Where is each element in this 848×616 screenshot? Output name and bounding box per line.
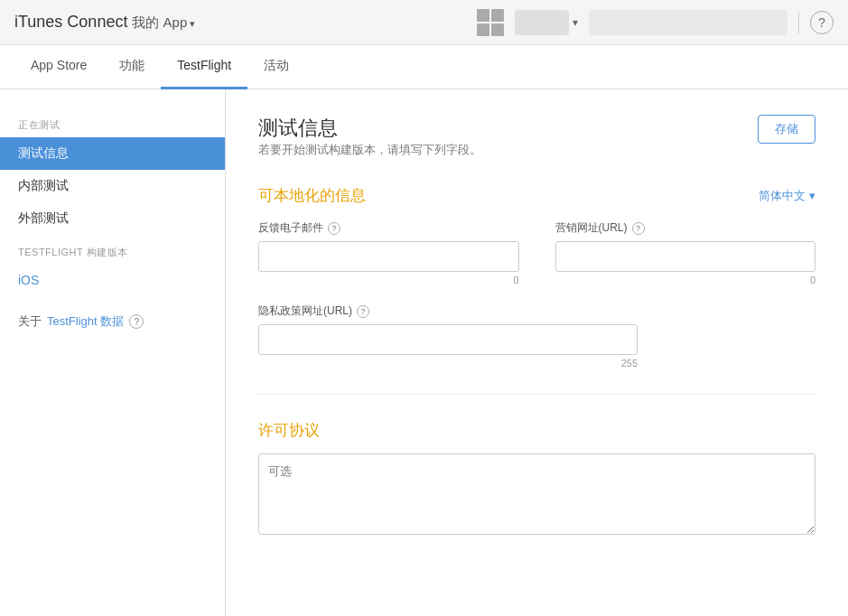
help-button[interactable]: ?	[810, 11, 834, 34]
privacy-url-field-label: 隐私政策网址(URL) ?	[258, 303, 638, 319]
form-row-privacy: 隐私政策网址(URL) ? 255	[258, 303, 815, 369]
email-counter: 0	[258, 275, 519, 285]
main-content: 测试信息 若要开始测试构建版本，请填写下列字段。 存储 可本地化的信息 简体中文…	[226, 89, 848, 616]
sidebar-item-external-test[interactable]: 外部测试	[0, 202, 225, 235]
test-info-desc: 若要开始测试构建版本，请填写下列字段。	[258, 142, 481, 158]
search-bar[interactable]	[589, 10, 787, 35]
nav-tabs: App Store 功能 TestFlight 活动	[0, 45, 848, 89]
tab-activity[interactable]: 活动	[247, 45, 305, 89]
page-title: 测试信息 若要开始测试构建版本，请填写下列字段。	[258, 115, 481, 180]
test-info-section-header: 测试信息 若要开始测试构建版本，请填写下列字段。 存储	[258, 115, 815, 180]
test-info-title: 测试信息	[258, 115, 481, 142]
marketing-url-field-label: 营销网址(URL) ?	[555, 220, 816, 236]
privacy-url-input[interactable]	[258, 324, 638, 355]
email-input[interactable]	[258, 241, 519, 272]
marketing-url-input[interactable]	[555, 241, 816, 272]
license-section-title: 许可协议	[258, 420, 815, 441]
sidebar-build-label: TESTFLIGHT 构建版本	[0, 235, 225, 265]
sidebar-testflight-data-link[interactable]: TestFlight 数据	[47, 313, 124, 330]
sidebar-item-ios[interactable]: iOS	[0, 265, 225, 295]
app-name-label[interactable]: 我的 App	[132, 14, 195, 30]
tab-features[interactable]: 功能	[103, 45, 161, 89]
sidebar-footer: 关于 TestFlight 数据 ?	[0, 295, 225, 330]
lang-selector[interactable]: 简体中文 ▾	[759, 188, 815, 204]
header-divider	[798, 12, 799, 33]
apps-icon[interactable]	[477, 9, 504, 36]
privacy-url-counter: 255	[258, 358, 638, 369]
header: iTunes Connect 我的 App ▾ ?	[0, 0, 848, 45]
localizable-section-title: 可本地化的信息	[258, 185, 366, 206]
user-select-wrap: ▾	[515, 10, 578, 35]
email-field-wrap: 反馈电子邮件 ? 0	[258, 220, 519, 285]
sidebar-item-test-info[interactable]: 测试信息	[0, 137, 225, 170]
marketing-url-counter: 0	[555, 275, 816, 285]
license-section: 许可协议	[258, 420, 815, 537]
localizable-section: 可本地化的信息 简体中文 ▾ 反馈电子邮件 ? 0 营销网址(URL) ?	[258, 185, 815, 369]
marketing-url-field-wrap: 营销网址(URL) ? 0	[555, 220, 816, 285]
privacy-url-field-wrap: 隐私政策网址(URL) ? 255	[258, 303, 638, 369]
sidebar: 正在测试 测试信息 内部测试 外部测试 TESTFLIGHT 构建版本 iOS …	[0, 89, 226, 616]
marketing-url-help-icon[interactable]: ?	[632, 222, 645, 235]
body-layout: 正在测试 测试信息 内部测试 外部测试 TESTFLIGHT 构建版本 iOS …	[0, 89, 848, 616]
save-button[interactable]: 存储	[758, 115, 815, 144]
user-select-chevron[interactable]: ▾	[573, 16, 578, 29]
localizable-section-header: 可本地化的信息 简体中文 ▾	[258, 185, 815, 206]
sidebar-footer-prefix: 关于	[18, 313, 42, 330]
user-select-box[interactable]	[515, 10, 569, 35]
privacy-url-help-icon[interactable]: ?	[357, 305, 369, 318]
tab-testflight[interactable]: TestFlight	[161, 45, 247, 89]
sidebar-footer-help-icon[interactable]: ?	[129, 314, 144, 329]
license-textarea[interactable]	[258, 453, 815, 535]
brand-logo: iTunes Connect 我的 App	[14, 13, 195, 32]
email-help-icon[interactable]: ?	[328, 222, 340, 235]
form-row-email-marketing: 反馈电子邮件 ? 0 营销网址(URL) ? 0	[258, 220, 815, 285]
email-field-label: 反馈电子邮件 ?	[258, 220, 519, 236]
sidebar-testing-label: 正在测试	[0, 107, 225, 137]
sidebar-item-internal-test[interactable]: 内部测试	[0, 170, 225, 202]
tab-app-store[interactable]: App Store	[14, 45, 103, 89]
section-divider	[258, 394, 815, 395]
